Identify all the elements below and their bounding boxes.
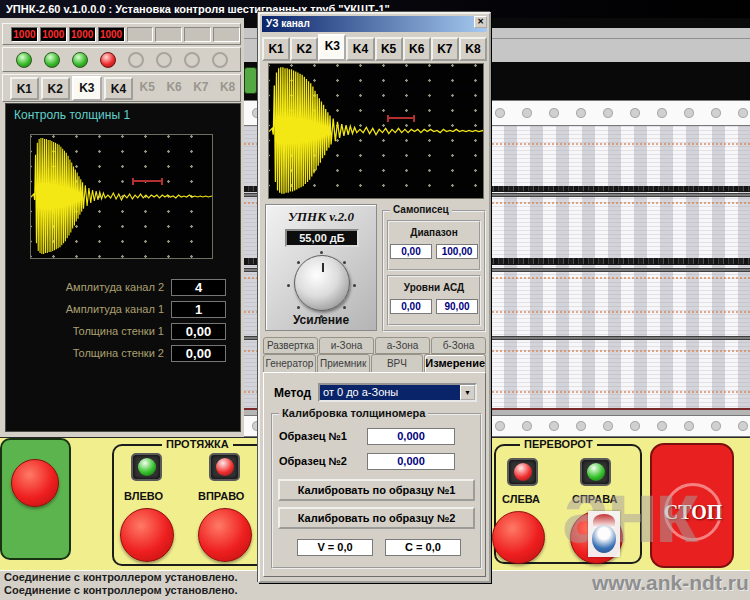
- thickness-display-panel: Контроль толщины 1 Амплитуда канал 2 4 А…: [5, 103, 241, 432]
- readout-value: 0,00: [171, 345, 226, 362]
- calibrate-sample2-button[interactable]: Калибровать по образцу №2: [278, 507, 475, 529]
- protyazhka-title: ПРОТЯЖКА: [162, 438, 233, 450]
- device-name: УПНК v.2.0: [266, 209, 376, 225]
- vlevo-label: ВЛЕВО: [124, 490, 163, 502]
- dialog-tab-k2[interactable]: K2: [290, 37, 318, 61]
- counter-display: 1000: [69, 27, 96, 42]
- status-message-2: Соединение с контроллером установлено.: [0, 584, 750, 597]
- sprava-led: [587, 463, 605, 481]
- dialog-tab-k7[interactable]: K7: [431, 37, 459, 61]
- dropdown-arrow-icon[interactable]: ▼: [460, 385, 475, 400]
- dialog-tab-k5[interactable]: K5: [375, 37, 403, 61]
- v-value-field: V = 0,0: [297, 539, 373, 556]
- channel-button-k7: K7: [188, 77, 213, 100]
- sleva-led: [514, 463, 532, 481]
- tab-razvertka[interactable]: Развертка: [263, 337, 318, 354]
- asd-label: Уровни АСД: [389, 282, 479, 293]
- ank-logo-icon: [588, 511, 620, 557]
- range-subpanel: Диапазон 0,00 100,00: [387, 220, 481, 271]
- measure-tab-content: Метод от 0 до а-Зоны ▼ Калибровка толщин…: [263, 372, 486, 577]
- function-tab-strip: Генератор Приемник ВРЧ Измерение: [263, 354, 486, 373]
- channel-led-7: [184, 52, 200, 68]
- dialog-tab-k6[interactable]: K6: [403, 37, 431, 61]
- readout-row: Амплитуда канал 1 1: [6, 298, 240, 320]
- channel-button-row: K1 K2 K3 K4 K5 K6 K7 K8: [2, 74, 241, 102]
- a-scan-display-main: [30, 134, 213, 259]
- channel-button-k1[interactable]: K1: [10, 77, 39, 100]
- dialog-tab-k3[interactable]: K3: [318, 34, 346, 61]
- readout-label: Амплитуда канал 1: [6, 303, 171, 315]
- stop-button-ring: СТОП: [664, 483, 722, 541]
- vlevo-led-box: [131, 453, 162, 481]
- readout-label: Толщина стенки 2: [6, 347, 171, 359]
- readout-row: Толщина стенки 1 0,00: [6, 320, 240, 342]
- tab-i-zona[interactable]: и-Зона: [319, 337, 374, 354]
- channel-led-8: [212, 52, 228, 68]
- tab-priemnik[interactable]: Приемник: [317, 354, 370, 373]
- kontrol-button[interactable]: [11, 459, 59, 507]
- stop-button[interactable]: СТОП: [650, 443, 734, 568]
- uz-channel-dialog: УЗ канал ✕ K1 K2 K3 K4 K5 K6 K7 K8 УПНК …: [258, 12, 491, 583]
- method-dropdown[interactable]: от 0 до а-Зоны ▼: [318, 383, 477, 402]
- tab-vrch[interactable]: ВРЧ: [371, 354, 424, 373]
- sample2-field[interactable]: 0,000: [367, 453, 455, 470]
- stop-label: СТОП: [664, 501, 723, 524]
- waveform-trace: [31, 138, 212, 254]
- perevorot-title: ПЕРЕВОРОТ: [520, 438, 597, 450]
- sample1-field[interactable]: 0,000: [367, 428, 455, 445]
- channel-button-k2[interactable]: K2: [41, 77, 70, 100]
- channel-led-3: [72, 52, 88, 68]
- tab-generator[interactable]: Генератор: [263, 354, 316, 373]
- application-window: УПНК-2.60 v.1.0.0.0 : Установка контроля…: [0, 0, 750, 600]
- c-value-field: C = 0,0: [385, 539, 461, 556]
- counter-display-row: 1000 1000 1000 1000: [2, 23, 241, 45]
- sleva-button[interactable]: [492, 511, 545, 564]
- tab-a-zona[interactable]: а-Зона: [375, 337, 430, 354]
- channel-led-1: [16, 52, 32, 68]
- sprava-label: СПРАВА: [572, 493, 618, 505]
- vpravo-led: [216, 458, 234, 476]
- kontrol-button-group: КОНТРОЛЬ: [0, 438, 71, 560]
- channel-button-k3[interactable]: K3: [72, 76, 103, 101]
- range-max-field[interactable]: 100,00: [436, 244, 478, 259]
- vlevo-button[interactable]: [120, 508, 174, 562]
- readout-row: Амплитуда канал 2 4: [6, 276, 240, 298]
- dialog-channel-tabs: K1 K2 K3 K4 K5 K6 K7 K8: [262, 34, 487, 61]
- channel-button-k6: K6: [162, 77, 187, 100]
- range-min-field[interactable]: 0,00: [390, 244, 432, 259]
- recorder-title: Самописец: [390, 204, 452, 215]
- gain-knob[interactable]: [294, 255, 350, 311]
- asd-min-field[interactable]: 0,00: [390, 299, 432, 314]
- asd-subpanel: Уровни АСД 0,00 90,00: [387, 275, 481, 326]
- recorder-groupbox: Самописец Диапазон 0,00 100,00 Уровни АС…: [382, 210, 486, 332]
- dialog-tab-k1[interactable]: K1: [262, 37, 290, 61]
- tab-b-zona[interactable]: б-Зона: [431, 337, 486, 354]
- vpravo-led-box: [209, 453, 240, 481]
- sleva-led-box: [507, 458, 538, 486]
- sample2-row: Образец №2 0,000: [279, 452, 455, 470]
- vpravo-button[interactable]: [198, 508, 252, 562]
- dialog-tab-k4[interactable]: K4: [346, 37, 374, 61]
- asd-max-field[interactable]: 90,00: [436, 299, 478, 314]
- sprava-led-box: [580, 458, 611, 486]
- readout-value: 4: [171, 279, 226, 296]
- tab-izmerenie[interactable]: Измерение: [424, 354, 486, 373]
- calibration-title: Калибровка толщиномера: [279, 407, 428, 419]
- scope-title: Контроль толщины 1: [14, 108, 130, 122]
- vlevo-led: [138, 458, 156, 476]
- waveform-trace: [269, 67, 483, 193]
- calibrate-sample1-button[interactable]: Калибровать по образцу №1: [278, 479, 475, 501]
- channel-led-5: [128, 52, 144, 68]
- sample2-label: Образец №2: [279, 455, 367, 467]
- channel-button-k4[interactable]: K4: [104, 77, 133, 100]
- counter-display: 1000: [98, 27, 125, 42]
- gain-value-display: 55,00 дБ: [285, 229, 359, 247]
- sample1-row: Образец №1 0,000: [279, 427, 455, 445]
- dialog-close-button[interactable]: ✕: [474, 16, 487, 28]
- counter-display: 1000: [11, 27, 38, 42]
- method-label: Метод: [274, 386, 318, 400]
- gate-marker: [387, 115, 415, 122]
- dialog-tab-k8[interactable]: K8: [459, 37, 487, 61]
- channel-led-2: [44, 52, 60, 68]
- channel-led-6: [156, 52, 172, 68]
